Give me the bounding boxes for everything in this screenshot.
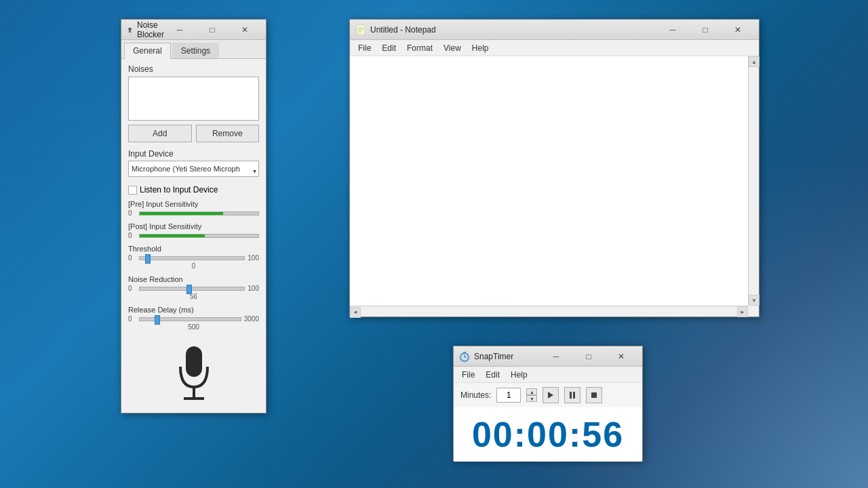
notepad-menu-format[interactable]: Format	[401, 40, 438, 56]
notepad-minimize-button[interactable]: ─	[657, 20, 688, 40]
listen-checkbox[interactable]	[128, 186, 137, 195]
scroll-down-arrow[interactable]: ▼	[749, 295, 760, 306]
notepad-title-bar: Untitled - Notepad ─ □ ✕	[350, 20, 759, 40]
remove-button[interactable]: Remove	[196, 125, 260, 142]
noise-blocker-tabs: General Settings	[121, 40, 266, 59]
input-device-wrapper: Microphone (Yeti Stereo Microph	[128, 161, 259, 181]
snaptimer-icon	[459, 351, 470, 362]
noise-blocker-maximize-button[interactable]: □	[197, 20, 228, 40]
release-delay-thumb[interactable]	[155, 315, 160, 325]
release-delay-max: 3000	[244, 315, 259, 323]
pre-sensitivity-fill	[140, 212, 223, 215]
scroll-corner	[748, 306, 759, 317]
tab-settings[interactable]: Settings	[172, 43, 219, 58]
noise-blocker-minimize-button[interactable]: ─	[164, 20, 195, 40]
snaptimer-menu-help[interactable]: Help	[505, 369, 533, 381]
notepad-icon	[355, 24, 366, 35]
release-delay-min: 0	[128, 315, 136, 323]
release-delay-section: Release Delay (ms) 0 3000 500	[128, 306, 259, 331]
release-delay-value: 500	[128, 323, 259, 331]
minutes-spin-down[interactable]: ▼	[526, 395, 537, 402]
notepad-menu-view[interactable]: View	[438, 40, 467, 56]
noise-reduction-label: Noise Reduction	[128, 275, 259, 283]
noise-reduction-value: 56	[128, 293, 259, 300]
listen-label: Listen to Input Device	[140, 185, 218, 195]
tab-general[interactable]: General	[124, 43, 171, 59]
notepad-menu-edit[interactable]: Edit	[376, 40, 401, 56]
timer-display-area: 00:00:56	[454, 407, 642, 462]
snaptimer-window: SnapTimer ─ □ ✕ File Edit Help Minutes: …	[453, 346, 643, 461]
notepad-scrollbar-horizontal[interactable]: ◄ ►	[350, 306, 748, 317]
notepad-body: ▲ ▼ ◄ ►	[350, 56, 759, 317]
noise-blocker-window-controls: ─ □ ✕	[164, 20, 260, 40]
play-button[interactable]	[542, 387, 559, 403]
noise-reduction-track[interactable]	[139, 287, 245, 291]
notepad-close-button[interactable]: ✕	[722, 20, 753, 40]
release-delay-slider-row: 0 3000	[128, 315, 259, 323]
svg-rect-17	[591, 392, 597, 398]
release-delay-track[interactable]	[139, 317, 241, 321]
noise-reduction-section: Noise Reduction 0 100 56	[128, 275, 259, 300]
pre-sensitivity-label: [Pre] Input Sensitivity	[128, 200, 259, 208]
svg-rect-15	[570, 392, 572, 399]
post-sensitivity-min: 0	[128, 232, 136, 239]
snaptimer-menu-edit[interactable]: Edit	[480, 369, 505, 381]
notepad-scrollbar-vertical[interactable]: ▲ ▼	[748, 56, 759, 306]
notepad-editor[interactable]	[350, 56, 748, 317]
noises-listbox[interactable]	[128, 77, 259, 121]
noise-reduction-slider-row: 0 100	[128, 285, 259, 292]
microphone-icon	[174, 343, 214, 404]
snaptimer-controls: Minutes: ▲ ▼	[454, 383, 642, 407]
noise-blocker-content: Noises Add Remove Input Device Microphon…	[121, 59, 266, 413]
threshold-track[interactable]	[139, 256, 245, 260]
noise-blocker-close-button[interactable]: ✕	[229, 20, 260, 40]
post-sensitivity-label: [Post] Input Sensitivity	[128, 222, 259, 230]
timer-display-text: 00:00:56	[472, 414, 624, 455]
threshold-label: Threshold	[128, 245, 259, 253]
post-sensitivity-slider-row: 0	[128, 232, 259, 239]
svg-marker-14	[548, 392, 553, 399]
snaptimer-minimize-button[interactable]: ─	[540, 346, 572, 367]
input-device-label: Input Device	[128, 149, 259, 159]
input-device-select[interactable]: Microphone (Yeti Stereo Microph	[128, 161, 259, 177]
notepad-maximize-button[interactable]: □	[690, 20, 721, 40]
noise-blocker-title-bar: Noise Blocker ─ □ ✕	[121, 20, 266, 40]
pause-icon	[568, 391, 576, 399]
minutes-spin-up[interactable]: ▲	[526, 388, 537, 395]
scroll-left-arrow[interactable]: ◄	[350, 307, 361, 318]
play-icon	[547, 391, 555, 399]
release-delay-label: Release Delay (ms)	[128, 306, 259, 314]
threshold-thumb[interactable]	[145, 254, 151, 264]
scroll-right-arrow[interactable]: ►	[737, 306, 748, 317]
pause-button[interactable]	[564, 387, 580, 403]
svg-point-0	[128, 27, 131, 30]
threshold-section: Threshold 0 100 0	[128, 245, 259, 270]
noise-blocker-icon	[127, 24, 133, 35]
snaptimer-close-button[interactable]: ✕	[606, 346, 637, 367]
notepad-title-text: Untitled - Notepad	[370, 25, 657, 35]
notepad-menu-help[interactable]: Help	[467, 40, 494, 56]
snaptimer-menu-file[interactable]: File	[456, 369, 480, 381]
pre-sensitivity-track[interactable]	[139, 211, 259, 216]
stop-button[interactable]	[586, 387, 602, 403]
stop-icon	[590, 391, 598, 399]
post-sensitivity-track[interactable]	[139, 234, 259, 238]
pre-sensitivity-min: 0	[128, 209, 136, 217]
minutes-label: Minutes:	[460, 390, 491, 400]
snaptimer-menu-bar: File Edit Help	[454, 367, 642, 383]
noise-reduction-min: 0	[128, 285, 136, 292]
scroll-up-arrow[interactable]: ▲	[749, 56, 760, 67]
svg-rect-3	[186, 346, 202, 377]
svg-rect-16	[573, 392, 575, 399]
add-button[interactable]: Add	[128, 125, 192, 142]
notepad-menu-file[interactable]: File	[353, 40, 376, 56]
post-sensitivity-fill	[140, 235, 205, 237]
snaptimer-maximize-button[interactable]: □	[573, 346, 604, 367]
minutes-input[interactable]	[496, 388, 521, 403]
notepad-menu-bar: File Edit Format View Help	[350, 40, 759, 56]
noise-blocker-title-text: Noise Blocker	[137, 20, 164, 39]
listen-checkbox-row: Listen to Input Device	[128, 185, 259, 195]
notepad-window: Untitled - Notepad ─ □ ✕ File Edit Forma…	[349, 19, 760, 317]
noise-reduction-thumb[interactable]	[186, 285, 192, 294]
mic-icon-area	[128, 336, 259, 407]
